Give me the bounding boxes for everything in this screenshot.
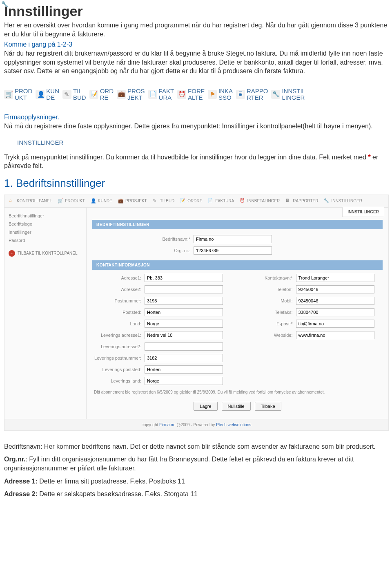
nav-label: PROD UKT [15,88,32,101]
nav-item-rapporter[interactable]: RAPPO RTER [236,88,272,101]
contact-left-label: Leverings poststed: [92,367,145,372]
panel-nav-rapporter[interactable]: RAPPORTER [285,198,318,204]
cart-icon [4,90,13,99]
nav-item-ordre[interactable]: ORD RE [89,88,117,101]
tilbake-button[interactable]: Tilbake [255,402,281,411]
input-orgnr[interactable] [194,246,272,255]
contact-left-input[interactable] [145,320,223,328]
contact-left-label: Adresse1: [92,275,145,280]
contact-right-input[interactable] [296,285,374,293]
nav-item-prosjekt[interactable]: PROS JEKT [117,88,148,101]
panel-nav-tilbud[interactable]: TILBUD [153,198,175,204]
nav-item-faktura[interactable]: FAKT URA [148,88,178,101]
post-p4-a: Adresse 2: [4,490,38,497]
panel-nav-kontrollpanel[interactable]: KONTROLLPANEL [9,198,52,204]
panel-nav-label: KONTROLLPANEL [17,199,52,203]
nullstille-button[interactable]: Nullstille [222,402,251,411]
settings-link-label: INNSTILLINGER [17,139,63,146]
lagre-button[interactable]: Lagre [194,402,217,411]
panel-nav-kunde[interactable]: KUNDE [91,198,112,204]
nav-item-innstillinger[interactable]: INNSTIL LINGER [271,88,309,101]
wrench-icon [4,137,15,148]
settings-panel: KONTROLLPANELPRODUKTKUNDEPROSJEKTTILBUDO… [4,195,389,431]
sidebar-item-bedriftinnstillinger[interactable]: Bedriftinnstillinger [9,212,82,220]
post-p3-a: Adresse 1: [4,478,38,485]
section-title: Firmaopplysninger. [4,114,388,121]
panel-nav-faktura[interactable]: FAKTURA [208,198,234,204]
contact-left-input[interactable] [145,365,223,374]
panel-nav-label: TILBUD [160,199,175,203]
contact-left-input[interactable] [145,331,223,339]
sidebar-item-bedriftslogo[interactable]: Bedriftslogo [9,220,82,228]
row-bedriftsnavn: Bedriftsnavn:* [141,233,383,245]
back-to-controlpanel[interactable]: TILBAKE TIL KONTROLLPANEL [9,250,82,257]
panel-nav-innbetalinger[interactable]: INNBETALINGER [240,198,280,204]
label-bedriftsnavn: Bedriftsnavn:* [141,237,194,242]
panel-nav-prosjekt[interactable]: PROSJEKT [118,198,147,204]
contact-left-input[interactable] [145,297,223,305]
input-bedriftsnavn[interactable] [194,235,272,243]
nav-item-inkasso[interactable]: INKA SSO [208,88,236,101]
page-title: Innstillinger [4,3,388,19]
footer-link-firma[interactable]: Firma.no [159,423,175,427]
contact-left-input[interactable] [145,285,223,293]
contact-right-col: Kontaktnavn:*Telefon:Mobil:Telefaks:E-po… [244,272,383,387]
subscription-note: Ditt abonnement ble registrert den 6/5/2… [92,387,383,398]
nav-item-tilbud[interactable]: TIL BUD [62,88,89,101]
contact-left-row: Leverings adresse2: [92,341,232,352]
contact-left-label: Postnummer: [92,298,145,303]
post-p4-b: Dette er selskapets besøksadresse. F.eks… [38,490,198,497]
panel-nav-innstillinger[interactable]: INNSTILLINGER [324,198,362,204]
post-p1: Bedriftsnavn: Her kommer bedriftens navn… [4,442,388,451]
contact-left-input[interactable] [145,342,223,351]
contact-right-label: Telefaks: [244,310,296,315]
contact-left-row: Adresse2: [92,284,232,295]
contact-right-row: Webside: [244,329,383,341]
panel-nav-label: INNBETALINGER [247,199,280,203]
contact-left-label: Leverings postnummer: [92,356,145,360]
case-icon [118,198,124,204]
contact-left-input[interactable] [145,308,223,316]
contact-left-input[interactable] [145,274,223,282]
tab-settings[interactable]: INNSTILLINGER [342,207,384,217]
contact-right-input[interactable] [296,274,374,282]
contact-right-input[interactable] [296,331,374,339]
sidebar-item-passord[interactable]: Passord [9,236,82,244]
settings-link[interactable]: INNSTILLINGER [4,137,388,148]
post-p2-a: Org.nr. [4,456,25,463]
contact-right-input[interactable] [296,297,374,305]
contact-left-label: Leverings adresse1: [92,333,145,338]
contact-right-input[interactable] [296,320,374,328]
edit-icon [180,198,186,204]
contact-left-row: Land: [92,318,232,329]
contact-left-row: Leverings postnummer: [92,352,232,364]
footer-b: @2009 - Powered by [175,423,216,427]
subheading: Komme i gang på 1-2-3 [4,41,388,48]
user-icon [36,90,45,99]
nav-item-kunde[interactable]: KUN DE [36,88,62,101]
user-icon [91,198,96,204]
post-p3-b: Dette er firma sitt postadresse. F.eks. … [38,478,185,485]
sidebar-item-innstillinger[interactable]: Innstillinger [9,228,82,236]
doc-icon [148,90,157,99]
post-p3: Adresse 1: Dette er firma sitt postadres… [4,477,388,486]
contact-left-row: Poststed: [92,307,232,318]
contact-right-input[interactable] [296,308,374,316]
nav-item-produkt[interactable]: PROD UKT [4,88,36,101]
flag-icon [208,90,217,99]
post-section: Bedriftsnavn: Her kommer bedriftens navn… [4,442,388,499]
panel-nav-produkt[interactable]: PRODUKT [58,198,85,204]
panel-nav-label: ORDRE [187,199,202,203]
nav-label: TIL BUD [73,88,86,101]
footer-link-ptech[interactable]: Ptech websolutions [216,423,251,427]
panel-nav-ordre[interactable]: ORDRE [180,198,202,204]
button-row: LagreNullstilleTilbake [92,398,383,415]
contact-left-row: Leverings poststed: [92,364,232,375]
contact-left-label: Leverings land: [92,378,145,383]
panel-sidebar: BedriftinnstillingerBedriftslogoInnstill… [4,208,87,419]
contact-left-input[interactable] [145,354,223,362]
nav-item-forfalte[interactable]: FORF ALTE [177,88,208,101]
nav-label: INKA SSO [218,88,233,101]
contact-left-input[interactable] [145,377,223,385]
nav-label: KUN DE [46,88,59,101]
